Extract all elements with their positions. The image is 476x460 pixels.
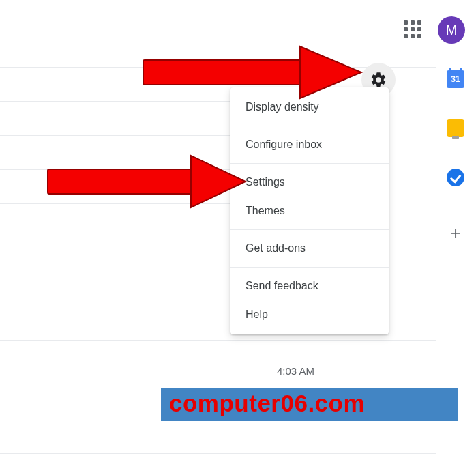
- plus-icon: +: [450, 222, 460, 244]
- tasks-sidepanel-button[interactable]: [435, 153, 476, 202]
- svg-marker-3: [191, 156, 246, 207]
- row-separator: [0, 272, 232, 272]
- side-panel-separator: [445, 205, 466, 205]
- menu-item-themes[interactable]: Themes: [230, 197, 389, 225]
- google-apps-icon[interactable]: [404, 20, 421, 38]
- row-separator: [0, 453, 436, 454]
- svg-rect-0: [143, 60, 300, 85]
- get-addons-sidepanel-button[interactable]: +: [435, 208, 476, 257]
- menu-item-send-feedback[interactable]: Send feedback: [230, 272, 389, 300]
- keep-sidepanel-button[interactable]: [435, 104, 476, 153]
- row-separator: [0, 135, 232, 136]
- menu-item-help[interactable]: Help: [230, 300, 389, 329]
- watermark-text: computer06.com: [169, 390, 365, 417]
- menu-separator: [230, 267, 389, 268]
- email-timestamp: 4:03 AM: [277, 365, 314, 377]
- menu-separator: [230, 163, 389, 164]
- account-avatar[interactable]: M: [438, 16, 465, 44]
- menu-separator: [230, 229, 389, 230]
- menu-separator: [230, 126, 389, 126]
- menu-item-settings[interactable]: Settings: [230, 168, 389, 197]
- calendar-sidepanel-button[interactable]: 31: [435, 55, 476, 104]
- svg-rect-2: [48, 169, 191, 194]
- menu-item-configure-inbox[interactable]: Configure inbox: [230, 130, 389, 159]
- svg-marker-1: [300, 46, 361, 98]
- row-separator: [0, 425, 436, 425]
- tasks-icon: [447, 169, 464, 186]
- annotation-arrow-gear: [136, 34, 375, 116]
- row-separator: [0, 340, 436, 341]
- menu-item-get-addons[interactable]: Get add-ons: [230, 234, 389, 263]
- annotation-arrow-settings: [41, 143, 252, 225]
- keep-icon: [447, 119, 464, 137]
- calendar-icon: 31: [447, 70, 464, 88]
- row-separator: [0, 306, 232, 306]
- row-separator: [0, 238, 232, 238]
- row-separator: [0, 382, 436, 382]
- settings-dropdown-menu: Display density Configure inbox Settings…: [230, 87, 389, 334]
- side-panel: 31 +: [435, 55, 476, 257]
